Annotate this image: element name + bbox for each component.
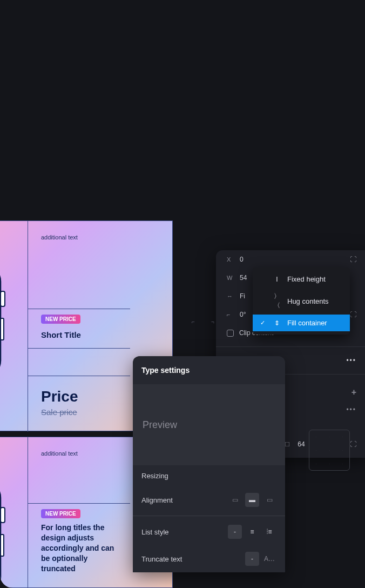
- watch-illustration: [0, 453, 14, 588]
- expand-icon[interactable]: ⛶: [350, 256, 356, 263]
- resize-value[interactable]: Fi: [240, 292, 245, 300]
- resize-dropdown: I Fixed height 〉〈 Hug contents ✓ ⇕ Fill …: [253, 268, 350, 335]
- list-number-icon[interactable]: ⦙≡: [262, 525, 276, 539]
- alignment-row[interactable]: Alignment ▭ ▬ ▭: [133, 486, 285, 513]
- resizing-row[interactable]: Resizing: [133, 465, 285, 486]
- preview-area: Preview: [133, 384, 285, 465]
- new-price-badge: NEW PRICE: [41, 315, 80, 324]
- add-icon[interactable]: +: [352, 387, 356, 397]
- align-option-2[interactable]: ▬: [245, 493, 259, 507]
- align-option-1[interactable]: ▭: [228, 493, 242, 507]
- list-none[interactable]: -: [228, 525, 242, 539]
- hug-contents-icon: 〉〈: [273, 292, 281, 310]
- resizing-label: Resizing: [141, 472, 168, 480]
- x-value[interactable]: 0: [240, 256, 244, 263]
- new-price-badge: NEW PRICE: [41, 509, 80, 518]
- more-icon[interactable]: •••: [346, 406, 356, 413]
- svg-rect-2: [1, 291, 5, 306]
- svg-rect-3: [1, 318, 4, 340]
- expand-corners-icon[interactable]: ⛶: [350, 311, 356, 318]
- dropdown-item-fill-container[interactable]: ✓ ⇕ Fill container: [253, 315, 350, 331]
- type-settings-title: Type settings: [133, 356, 285, 384]
- alignment-label: Alignment: [141, 496, 173, 504]
- fill-container-icon: ⇕: [273, 319, 281, 327]
- dropdown-item-hug-contents[interactable]: 〉〈 Hug contents: [253, 288, 350, 315]
- short-title-text: Short Title: [28, 324, 130, 348]
- v-padding-icon: ☐: [285, 441, 292, 448]
- truncate-text-row[interactable]: Truncate text - A…: [133, 545, 285, 572]
- additional-text-label: additional text: [28, 221, 130, 240]
- list-bullet-icon[interactable]: ≡: [245, 525, 259, 539]
- v-padding-value[interactable]: 64: [298, 440, 305, 448]
- dropdown-item-fixed-height[interactable]: I Fixed height: [253, 271, 350, 288]
- svg-rect-6: [1, 507, 5, 523]
- list-style-label: List style: [141, 528, 169, 536]
- truncate-label: Truncate text: [141, 555, 182, 563]
- resize-icon: ↔: [227, 293, 234, 299]
- type-settings-panel: Type settings Preview Resizing Alignment…: [133, 356, 285, 572]
- x-label: X: [227, 256, 234, 263]
- long-title-text: For long titles the design adjusts accor…: [28, 518, 130, 573]
- truncate-ellipsis[interactable]: A…: [262, 552, 276, 566]
- watch-illustration: [0, 237, 14, 405]
- list-style-row[interactable]: List style - ≡ ⦙≡: [133, 518, 285, 545]
- align-option-3[interactable]: ▭: [262, 493, 276, 507]
- expand-padding-icon[interactable]: ⛶: [350, 440, 356, 448]
- truncate-none[interactable]: -: [245, 552, 259, 566]
- more-icon[interactable]: •••: [346, 357, 356, 364]
- w-value[interactable]: 54: [240, 274, 247, 282]
- additional-text-label: additional text: [28, 437, 130, 457]
- price-text: Price: [28, 376, 130, 405]
- clip-content-checkbox[interactable]: [227, 330, 234, 337]
- alignment-box[interactable]: ··· ··· ···: [309, 430, 350, 471]
- fixed-height-icon: I: [273, 276, 281, 283]
- svg-rect-7: [1, 534, 4, 556]
- position-x-row[interactable]: X 0 ⛶: [216, 250, 365, 269]
- w-label: W: [227, 275, 234, 281]
- sale-price-text: Sale price: [28, 405, 130, 417]
- check-icon: ✓: [260, 319, 267, 326]
- angle-icon: ⌐: [227, 311, 234, 318]
- angle-value[interactable]: 0°: [240, 311, 246, 318]
